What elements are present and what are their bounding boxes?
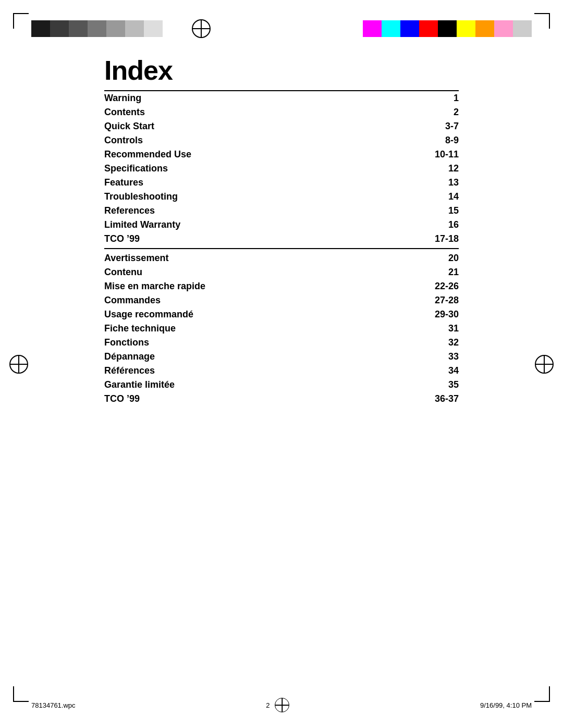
color-block-yellow (457, 20, 475, 37)
color-block-orange (475, 20, 494, 37)
index-row: Fiche technique31 (104, 322, 459, 336)
index-page: 16 (417, 219, 459, 230)
index-page: 22-26 (417, 281, 459, 292)
index-label: Fonctions (104, 337, 149, 348)
index-label: Mise en marche rapide (104, 281, 205, 292)
index-row: Specifications12 (104, 162, 459, 176)
index-label: Troubleshooting (104, 191, 178, 202)
index-label: Recommended Use (104, 149, 191, 160)
color-block-red (419, 20, 438, 37)
index-row: Mise en marche rapide22-26 (104, 279, 459, 293)
color-block-gray4 (125, 20, 144, 37)
index-label: Specifications (104, 163, 168, 174)
index-page: 34 (417, 365, 459, 376)
color-block-black2 (50, 20, 69, 37)
index-row: Troubleshooting14 (104, 190, 459, 204)
index-page: 12 (417, 163, 459, 174)
main-content: Index Warning1Contents2Quick Start3-7Con… (104, 55, 459, 406)
index-row: Fonctions32 (104, 336, 459, 350)
color-block-black (438, 20, 457, 37)
index-table: Warning1Contents2Quick Start3-7Controls8… (104, 91, 459, 406)
index-label: Avertissement (104, 253, 168, 264)
index-label: Limited Warranty (104, 219, 180, 230)
index-label: References (104, 205, 155, 216)
color-block-cyan (382, 20, 400, 37)
index-page: 36-37 (417, 393, 459, 404)
index-page: 3-7 (417, 121, 459, 132)
index-row: Usage recommandé29-30 (104, 307, 459, 322)
index-label: Features (104, 177, 143, 188)
index-page: 1 (417, 93, 459, 104)
index-row: Garantie limitée35 (104, 378, 459, 392)
index-row: TCO ’9917-18 (104, 232, 459, 246)
color-block-gray2 (88, 20, 106, 37)
top-bar (0, 16, 563, 42)
section-divider (104, 248, 459, 249)
footer-date: 9/16/99, 4:10 PM (480, 701, 532, 709)
index-row: Warning1 (104, 91, 459, 105)
color-block-gray3 (106, 20, 125, 37)
footer-page-number: 2 (266, 701, 270, 709)
index-label: Garantie limitée (104, 379, 175, 390)
color-strip-right (363, 20, 532, 37)
index-page: 15 (417, 205, 459, 216)
index-page: 8-9 (417, 135, 459, 146)
color-block-gray5 (144, 20, 163, 37)
index-label: Commandes (104, 295, 161, 306)
index-row: Controls8-9 (104, 133, 459, 147)
index-label: Contents (104, 107, 145, 118)
index-row: Références34 (104, 364, 459, 378)
index-page: 13 (417, 177, 459, 188)
color-block-white (163, 20, 181, 37)
color-block-pink (494, 20, 513, 37)
index-label: Quick Start (104, 121, 154, 132)
index-page: 20 (417, 253, 459, 264)
index-label: Controls (104, 135, 143, 146)
index-page: 33 (417, 351, 459, 362)
page-footer: 78134761.wpc 2 9/16/99, 4:10 PM (31, 698, 532, 712)
index-page: 32 (417, 337, 459, 348)
color-block-blue (400, 20, 419, 37)
index-page: 21 (417, 267, 459, 278)
index-page: 31 (417, 323, 459, 334)
index-row: Contenu21 (104, 265, 459, 279)
right-crosshair (535, 355, 554, 374)
section1: Warning1Contents2Quick Start3-7Controls8… (104, 91, 459, 246)
top-crosshair (192, 19, 211, 38)
index-label: Warning (104, 93, 141, 104)
index-label: TCO ’99 (104, 233, 140, 244)
color-block-gray1 (69, 20, 88, 37)
index-label: TCO ’99 (104, 393, 140, 404)
index-label: Usage recommandé (104, 309, 193, 320)
index-row: References15 (104, 204, 459, 218)
left-crosshair (9, 355, 28, 374)
section2: Avertissement20Contenu21Mise en marche r… (104, 251, 459, 406)
index-row: Avertissement20 (104, 251, 459, 265)
index-row: Limited Warranty16 (104, 218, 459, 232)
color-block-magenta (363, 20, 382, 37)
index-row: Features13 (104, 176, 459, 190)
footer-crosshair (275, 698, 289, 712)
index-row: Contents2 (104, 105, 459, 119)
color-block-light-gray (513, 20, 532, 37)
color-block-black1 (31, 20, 50, 37)
index-row: Commandes27-28 (104, 293, 459, 307)
index-label: Fiche technique (104, 323, 176, 334)
index-page: 17-18 (417, 233, 459, 244)
corner-mark-bottom-right (534, 686, 550, 702)
index-page: 14 (417, 191, 459, 202)
index-row: Dépannage33 (104, 350, 459, 364)
corner-mark-bottom-left (13, 686, 29, 702)
index-label: Contenu (104, 267, 142, 278)
index-label: Dépannage (104, 351, 155, 362)
page-title: Index (104, 55, 459, 86)
index-page: 10-11 (417, 149, 459, 160)
index-page: 29-30 (417, 309, 459, 320)
index-page: 27-28 (417, 295, 459, 306)
index-row: TCO ’9936-37 (104, 392, 459, 406)
index-page: 35 (417, 379, 459, 390)
index-row: Quick Start3-7 (104, 119, 459, 133)
index-row: Recommended Use10-11 (104, 147, 459, 162)
index-page: 2 (417, 107, 459, 118)
index-label: Références (104, 365, 155, 376)
